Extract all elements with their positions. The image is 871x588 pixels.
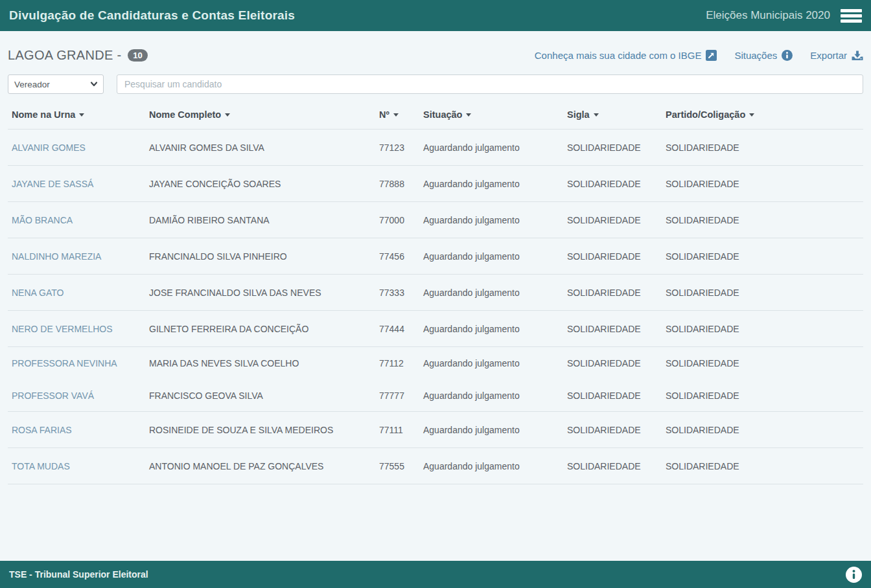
- download-icon: [852, 51, 863, 61]
- table-row: NERO DE VERMELHOS GILNETO FERREIRA DA CO…: [8, 311, 863, 347]
- cell-acronym: SOLIDARIEDADE: [563, 461, 662, 471]
- column-header-sigla[interactable]: Sigla: [563, 109, 662, 120]
- column-header-nome-completo[interactable]: Nome Completo: [145, 109, 375, 120]
- external-link-icon: [706, 50, 717, 61]
- cell-acronym: SOLIDARIEDADE: [563, 425, 662, 435]
- candidate-count-badge: 10: [128, 49, 147, 62]
- cell-status: Aguardando julgamento: [419, 288, 563, 298]
- cell-number: 77456: [375, 251, 419, 262]
- table-row: NALDINHO MAREZIA FRANCINALDO SILVA PINHE…: [8, 238, 863, 275]
- cell-urn-name[interactable]: MÃO BRANCA: [12, 215, 73, 225]
- ibge-link-label: Conheça mais sua cidade com o IBGE: [535, 50, 702, 61]
- city-name: LAGOA GRANDE -: [8, 48, 121, 63]
- election-label: Eleições Municipais 2020: [706, 9, 830, 22]
- sort-desc-icon: [749, 113, 754, 117]
- sort-desc-icon: [79, 113, 84, 117]
- info-circle-icon: [846, 567, 862, 583]
- hamburger-icon: [841, 9, 862, 12]
- table-row: ALVANIR GOMES ALVANIR GOMES DA SILVA 771…: [8, 130, 863, 166]
- cell-party: SOLIDARIEDADE: [662, 142, 863, 153]
- cell-urn-name[interactable]: NENA GATO: [12, 288, 64, 298]
- cell-urn-name[interactable]: JAYANE DE SASSÁ: [12, 179, 93, 189]
- footer-info-button[interactable]: [846, 567, 862, 583]
- sort-desc-icon: [225, 113, 230, 117]
- cell-full-name: GILNETO FERREIRA DA CONCEIÇÃO: [145, 324, 375, 334]
- cell-number: 77555: [375, 461, 419, 471]
- cell-urn-name[interactable]: ALVANIR GOMES: [12, 142, 86, 153]
- cell-number: 77333: [375, 288, 419, 298]
- table-header-row: Nome na Urna Nome Completo Nº Situação S…: [8, 100, 863, 130]
- office-select[interactable]: Vereador: [8, 74, 104, 94]
- cell-urn-name[interactable]: ROSA FARIAS: [12, 425, 72, 435]
- cell-party: SOLIDARIEDADE: [662, 425, 863, 435]
- cell-acronym: SOLIDARIEDADE: [563, 390, 662, 401]
- cell-full-name: MARIA DAS NEVES SILVA COELHO: [145, 358, 375, 368]
- situations-link[interactable]: Situações: [734, 50, 793, 61]
- export-link-label: Exportar: [810, 50, 847, 61]
- export-link[interactable]: Exportar: [810, 50, 863, 61]
- cell-party: SOLIDARIEDADE: [662, 390, 863, 401]
- ibge-link[interactable]: Conheça mais sua cidade com o IBGE: [535, 50, 717, 61]
- app-header: Divulgação de Candidaturas e Contas Elei…: [0, 0, 871, 31]
- column-header-partido[interactable]: Partido/Coligação: [662, 109, 863, 120]
- cell-number: 77123: [375, 142, 419, 153]
- table-row: PROFESSORA NEVINHA MARIA DAS NEVES SILVA…: [8, 347, 863, 379]
- cell-party: SOLIDARIEDADE: [662, 324, 863, 334]
- cell-number: 77111: [375, 425, 419, 435]
- column-header-numero[interactable]: Nº: [375, 109, 419, 120]
- cell-status: Aguardando julgamento: [419, 179, 563, 189]
- sort-desc-icon: [393, 113, 399, 117]
- search-input[interactable]: [117, 74, 863, 94]
- cell-full-name: DAMIÃO RIBEIRO SANTANA: [145, 215, 375, 225]
- cell-party: SOLIDARIEDADE: [662, 179, 863, 189]
- cell-acronym: SOLIDARIEDADE: [563, 358, 662, 368]
- cell-party: SOLIDARIEDADE: [662, 251, 863, 262]
- cell-status: Aguardando julgamento: [419, 215, 563, 225]
- table-row: ROSA FARIAS ROSINEIDE DE SOUZA E SILVA M…: [8, 412, 863, 448]
- cell-urn-name[interactable]: TOTA MUDAS: [12, 461, 70, 471]
- main-content: LAGOA GRANDE - 10 Conheça mais sua cidad…: [0, 31, 871, 561]
- cell-full-name: JOSE FRANCINALDO SILVA DAS NEVES: [145, 288, 375, 298]
- sort-desc-icon: [466, 113, 471, 117]
- cell-status: Aguardando julgamento: [419, 461, 563, 471]
- cell-acronym: SOLIDARIEDADE: [563, 142, 662, 153]
- cell-party: SOLIDARIEDADE: [662, 215, 863, 225]
- column-header-situacao[interactable]: Situação: [419, 109, 563, 120]
- cell-status: Aguardando julgamento: [419, 324, 563, 334]
- info-circle-icon: [782, 50, 793, 61]
- cell-party: SOLIDARIEDADE: [662, 461, 863, 471]
- table-row: MÃO BRANCA DAMIÃO RIBEIRO SANTANA 77000 …: [8, 202, 863, 238]
- app-header-right: Eleições Municipais 2020: [706, 7, 862, 25]
- app-footer: TSE - Tribunal Superior Eleitoral: [0, 561, 871, 588]
- title-row: LAGOA GRANDE - 10 Conheça mais sua cidad…: [8, 48, 863, 63]
- cell-status: Aguardando julgamento: [419, 390, 563, 401]
- cell-number: 77112: [375, 358, 419, 368]
- cell-party: SOLIDARIEDADE: [662, 358, 863, 368]
- cell-status: Aguardando julgamento: [419, 142, 563, 153]
- cell-full-name: ANTONIO MANOEL DE PAZ GONÇALVES: [145, 461, 375, 471]
- cell-number: 77000: [375, 215, 419, 225]
- filter-row: Vereador: [8, 74, 863, 94]
- page-title: LAGOA GRANDE - 10: [8, 48, 148, 63]
- candidates-table: Nome na Urna Nome Completo Nº Situação S…: [8, 100, 863, 484]
- situations-link-label: Situações: [734, 50, 777, 61]
- cell-full-name: FRANCISCO GEOVA SILVA: [145, 390, 375, 401]
- cell-acronym: SOLIDARIEDADE: [563, 324, 662, 334]
- cell-full-name: ROSINEIDE DE SOUZA E SILVA MEDEIROS: [145, 425, 375, 435]
- app-title: Divulgação de Candidaturas e Contas Elei…: [9, 8, 295, 23]
- office-select-wrap: Vereador: [8, 74, 104, 94]
- cell-urn-name[interactable]: NERO DE VERMELHOS: [12, 324, 113, 334]
- title-links: Conheça mais sua cidade com o IBGE Situa…: [535, 50, 863, 61]
- cell-number: 77888: [375, 179, 419, 189]
- column-header-nome-na-urna[interactable]: Nome na Urna: [8, 109, 145, 120]
- menu-button[interactable]: [841, 7, 862, 25]
- cell-urn-name[interactable]: PROFESSORA NEVINHA: [12, 358, 117, 368]
- table-row: JAYANE DE SASSÁ JAYANE CONCEIÇÃO SOARES …: [8, 166, 863, 202]
- footer-text: TSE - Tribunal Superior Eleitoral: [9, 569, 148, 580]
- cell-acronym: SOLIDARIEDADE: [563, 251, 662, 262]
- cell-urn-name[interactable]: NALDINHO MAREZIA: [12, 251, 101, 262]
- cell-acronym: SOLIDARIEDADE: [563, 288, 662, 298]
- cell-full-name: FRANCINALDO SILVA PINHEIRO: [145, 251, 375, 262]
- cell-urn-name[interactable]: PROFESSOR VAVÁ: [12, 390, 94, 401]
- cell-status: Aguardando julgamento: [419, 251, 563, 262]
